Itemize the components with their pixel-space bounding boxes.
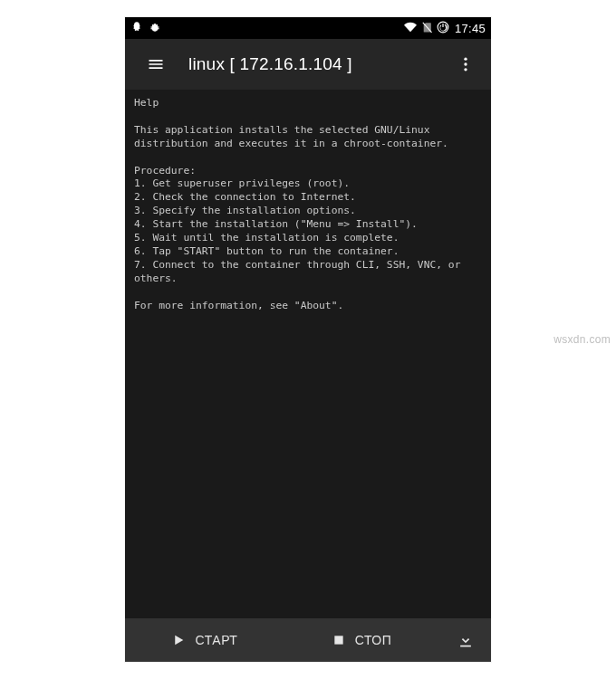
step: 3. Specify the installation options. <box>134 205 356 216</box>
terminal-output[interactable]: Help This application installs the selec… <box>125 90 491 618</box>
svg-point-3 <box>464 68 467 71</box>
svg-rect-4 <box>334 636 342 644</box>
status-bar: 17:45 <box>125 17 491 39</box>
no-sim-icon <box>421 21 433 36</box>
step: 7. Connect to the container through CLI,… <box>134 259 460 284</box>
wifi-icon <box>403 21 418 36</box>
play-icon <box>170 632 187 648</box>
overflow-button[interactable] <box>448 46 484 82</box>
stop-label: СТОП <box>355 633 392 647</box>
step: 6. Tap "START" button to run the contain… <box>134 245 399 257</box>
app-toolbar: linux [ 172.16.1.104 ] <box>125 39 491 90</box>
step: 2. Check the connection to Internet. <box>134 191 356 203</box>
svg-point-1 <box>464 58 467 61</box>
bottom-bar: СТАРТ СТОП <box>125 618 491 662</box>
start-label: СТАРТ <box>196 633 238 647</box>
step: 5. Wait until the installation is comple… <box>134 232 399 244</box>
download-button[interactable] <box>440 618 491 662</box>
toolbar-title: linux [ 172.16.1.104 ] <box>174 54 448 74</box>
clock-text: 17:45 <box>455 22 486 35</box>
start-button[interactable]: СТАРТ <box>125 618 283 662</box>
hamburger-icon <box>147 55 165 73</box>
download-icon <box>457 631 475 649</box>
procedure-label: Procedure: <box>134 165 196 177</box>
menu-button[interactable] <box>138 46 174 82</box>
phone-frame: 17:45 linux [ 172.16.1.104 ] Help This a… <box>125 17 491 662</box>
more-vert-icon <box>457 55 475 73</box>
stop-icon <box>332 633 346 647</box>
help-footer: For more information, see "About". <box>134 300 343 311</box>
help-heading: Help <box>134 97 159 109</box>
watermark-text: wsxdn.com <box>553 333 611 346</box>
help-intro: This application installs the selected G… <box>134 124 448 149</box>
bug-icon <box>149 21 161 36</box>
step: 1. Get superuser privileges (root). <box>134 177 350 189</box>
svg-point-2 <box>464 62 467 65</box>
power-icon <box>437 21 449 36</box>
step: 4. Start the installation ("Menu => Inst… <box>134 218 418 230</box>
qq-icon <box>130 21 143 36</box>
stop-button[interactable]: СТОП <box>283 618 440 662</box>
